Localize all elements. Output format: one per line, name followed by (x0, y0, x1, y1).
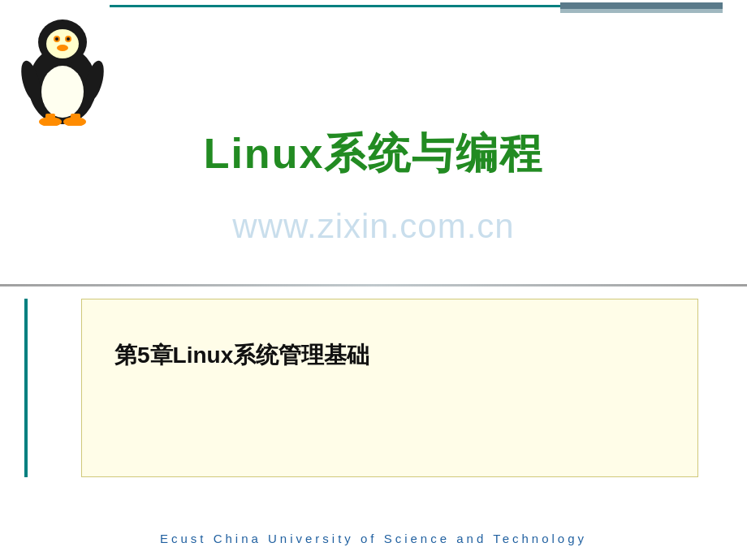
slide: Linux系统与编程 www.zixin.com.cn 第5章Linux系统管理… (0, 0, 747, 560)
top-line-gray-dark (560, 2, 723, 9)
top-decoration (0, 0, 747, 15)
top-line-teal (110, 5, 560, 7)
content-box: 第5章Linux系统管理基础 (81, 299, 698, 477)
main-title: Linux系统与编程 (0, 126, 747, 183)
svg-point-3 (46, 29, 79, 58)
svg-rect-11 (45, 114, 55, 123)
svg-point-7 (67, 37, 70, 41)
left-teal-bar (24, 299, 28, 477)
svg-point-1 (41, 66, 84, 118)
svg-rect-12 (71, 114, 80, 123)
watermark: www.zixin.com.cn (0, 207, 747, 246)
svg-point-8 (57, 45, 68, 51)
tux-logo (16, 8, 110, 126)
footer-text: Ecust China University of Science and Te… (0, 532, 747, 545)
svg-point-6 (55, 37, 58, 41)
chapter-title: 第5章Linux系统管理基础 (82, 299, 697, 411)
divider-line (0, 284, 747, 286)
top-line-gray-light (560, 9, 723, 13)
